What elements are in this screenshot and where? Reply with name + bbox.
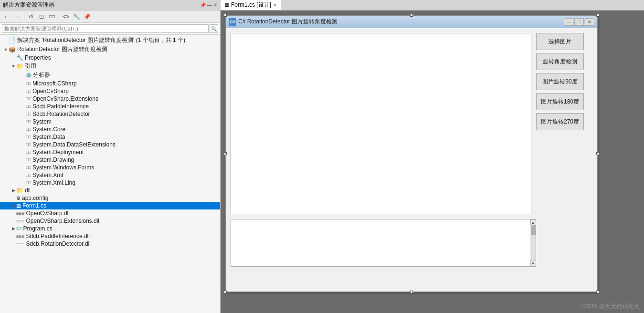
dll-label: OpenCvSharp.dll — [26, 210, 70, 217]
tree-item-ref-system-xml[interactable]: □□ System.Xml — [0, 171, 220, 179]
tree-item-ref-system-winforms[interactable]: □□ System.Windows.Forms — [0, 164, 220, 171]
minimize-icon[interactable]: — — [207, 2, 212, 8]
tab-bar: 🖼 Form1.cs [设计] ✕ — [221, 0, 644, 10]
tree-item-ref-sdcb-rotation[interactable]: □□ Sdcb.RotationDetector — [0, 110, 220, 118]
form1-label: Form1.cs — [22, 202, 46, 209]
program-icon: C# — [16, 226, 22, 231]
solution-item[interactable]: 📄 解决方案 'RotationDetector 图片旋转角度检测' (1 个项… — [0, 36, 220, 45]
scroll-thumb[interactable] — [531, 225, 536, 235]
solution-explorer-panel: 解决方案资源管理器 📌 — ✕ ← → ↺ ⊡ □□ <> 🔧 📌 🔍 📄 解决… — [0, 0, 221, 313]
detect-rotation-button[interactable]: 旋转角度检测 — [536, 53, 584, 70]
tree-item-ref-system-data[interactable]: □□ System.Data — [0, 133, 220, 141]
tree-item-project[interactable]: 📦 RotationDetector 图片旋转角度检测 — [0, 45, 220, 54]
form-title-left: C# C# RotationDetector 图片旋转角度检测 — [229, 18, 338, 26]
refresh-button[interactable]: ↺ — [26, 12, 36, 21]
form-maximize-button[interactable]: □ — [574, 18, 584, 26]
tree-item-form1-cs[interactable]: 🖼 Form1.cs — [0, 202, 220, 209]
ref-icon: □□ — [26, 112, 31, 116]
tree-item-program-cs[interactable]: C# Program.cs — [0, 225, 220, 232]
panel-title: 解决方案资源管理器 — [3, 1, 54, 9]
tree-view: 📄 解决方案 'RotationDetector 图片旋转角度检测' (1 个项… — [0, 35, 220, 313]
form-minimize-button[interactable]: — — [564, 18, 573, 26]
tree-item-properties[interactable]: 🔧 Properties — [0, 54, 220, 62]
rotate-270-button[interactable]: 图片旋转270度 — [536, 113, 584, 130]
tree-item-ref-opencvsharp-ext[interactable]: □□ OpenCvSharp.Extensions — [0, 95, 220, 103]
solution-icon: 📄 — [9, 37, 16, 44]
form-title-bar: C# C# RotationDetector 图片旋转角度检测 — □ ✕ — [226, 16, 597, 28]
tab-icon: 🖼 — [224, 2, 229, 8]
form-close-button[interactable]: ✕ — [585, 18, 594, 26]
select-image-button[interactable]: 选择图片 — [536, 33, 584, 50]
scroll-up-button[interactable]: ▲ — [530, 219, 536, 225]
dll-label: OpenCvSharp.Extensions.dll — [26, 218, 99, 224]
scroll-track[interactable] — [531, 225, 536, 261]
tree-item-ref-system-drawing[interactable]: □□ System.Drawing — [0, 156, 220, 164]
resize-handle-bc[interactable] — [410, 291, 413, 293]
tree-item-opencvsharp-ext-dll[interactable]: ≡≡≡ OpenCvSharp.Extensions.dll — [0, 217, 220, 225]
dll-arrow[interactable] — [11, 188, 16, 193]
ref-label: System.Drawing — [32, 156, 74, 163]
analyzer-label: 分析器 — [33, 71, 50, 79]
ref-icon: □□ — [26, 142, 31, 147]
ref-icon: □□ — [26, 173, 31, 177]
ref-icon: □□ — [26, 96, 31, 101]
search-button[interactable]: 🔍 — [210, 24, 218, 33]
program-arrow[interactable] — [11, 226, 16, 231]
program-label: Program.cs — [23, 225, 53, 232]
settings-button[interactable]: 🔧 — [72, 12, 81, 21]
dll-icon: ≡≡≡ — [16, 219, 25, 224]
project-arrow[interactable] — [3, 47, 9, 52]
form1-arrow[interactable] — [11, 203, 16, 208]
tab-close-button[interactable]: ✕ — [273, 2, 277, 8]
ref-label: System — [32, 118, 52, 125]
tree-item-dll[interactable]: 📁 dll — [0, 187, 220, 194]
scroll-down-button[interactable]: ▼ — [530, 261, 536, 266]
rotate-180-button[interactable]: 图片旋转180度 — [536, 93, 584, 110]
tree-item-sdcb-paddle-dll[interactable]: ≡≡≡ Sdcb.PaddleInference.dll — [0, 232, 220, 240]
tree-item-ref-system-deployment[interactable]: □□ System.Deployment — [0, 148, 220, 156]
tree-item-sdcb-rotation-dll[interactable]: ≡≡≡ Sdcb.RotationDetector.dll — [0, 240, 220, 248]
resize-handle-mr[interactable] — [596, 152, 599, 155]
back-button[interactable]: ← — [2, 12, 11, 21]
dll-icon: ≡≡≡ — [16, 211, 25, 216]
tree-item-ref-system-xml-linq[interactable]: □□ System.Xml.Linq — [0, 179, 220, 187]
code-button[interactable]: <> — [61, 12, 71, 21]
resize-handle-tc[interactable] — [410, 14, 413, 17]
refs-arrow[interactable] — [11, 64, 16, 69]
tree-item-ref-microsoft-csharp[interactable]: □□ Microsoft.CSharp — [0, 80, 220, 87]
layout-button[interactable]: □□ — [47, 12, 57, 21]
pin-icon[interactable]: 📌 — [200, 2, 206, 8]
ref-label: OpenCvSharp.Extensions — [32, 95, 98, 102]
form-container: C# C# RotationDetector 图片旋转角度检测 — □ ✕ — [225, 15, 598, 292]
tree-item-ref-opencvsharp[interactable]: □□ OpenCvSharp — [0, 87, 220, 95]
ref-label: System.Data.DataSetExtensions — [32, 141, 116, 148]
ref-label: OpenCvSharp — [32, 88, 69, 94]
tree-item-ref-system[interactable]: □□ System — [0, 118, 220, 125]
tab-form1-design[interactable]: 🖼 Form1.cs [设计] ✕ — [221, 0, 281, 10]
form-title-icon: C# — [229, 18, 236, 26]
tree-item-opencvsharp-dll[interactable]: ≡≡≡ OpenCvSharp.dll — [0, 209, 220, 217]
resize-handle-ml[interactable] — [224, 152, 227, 155]
grid-button[interactable]: ⊡ — [37, 12, 46, 21]
resize-handle-tr[interactable] — [596, 14, 599, 17]
solution-label: 解决方案 'RotationDetector 图片旋转角度检测' (1 个项目，… — [17, 36, 185, 44]
close-panel-icon[interactable]: ✕ — [213, 2, 217, 8]
dll-icon: 📁 — [16, 187, 23, 194]
tree-item-ref-system-data-dse[interactable]: □□ System.Data.DataSetExtensions — [0, 141, 220, 148]
forward-button[interactable]: → — [12, 12, 22, 21]
pin-toolbar-button[interactable]: 📌 — [82, 12, 92, 21]
resize-handle-bl[interactable] — [224, 291, 227, 293]
text-output-area: ▲ ▼ — [231, 219, 536, 267]
resize-handle-tl[interactable] — [224, 14, 227, 17]
rotate-90-button[interactable]: 图片旋转90度 — [536, 73, 584, 90]
ref-icon: □□ — [26, 165, 31, 170]
tree-item-refs[interactable]: 📁 引用 — [0, 62, 220, 71]
resize-handle-br[interactable] — [596, 291, 599, 293]
tree-item-ref-system-core[interactable]: □□ System.Core — [0, 125, 220, 133]
search-input[interactable] — [2, 24, 209, 33]
tree-item-app-config[interactable]: ⚙ app.config — [0, 194, 220, 202]
dll-label: dll — [25, 187, 31, 194]
tree-item-analyzer[interactable]: ⚙️ 分析器 — [0, 71, 220, 80]
tree-item-ref-sdcb-paddle[interactable]: □□ Sdcb.PaddleInference — [0, 103, 220, 110]
config-label: app.config — [22, 195, 48, 201]
